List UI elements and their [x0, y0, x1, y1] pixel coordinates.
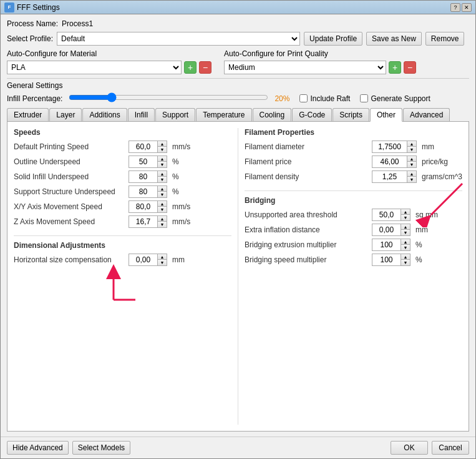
- titlebar-buttons: ? ✕: [450, 3, 472, 12]
- material-dropdown[interactable]: PLA: [7, 61, 182, 74]
- remove-button[interactable]: Remove: [425, 32, 465, 46]
- bridging-input-1[interactable]: [372, 224, 401, 235]
- speed-label-1: Outline Underspeed: [14, 157, 126, 166]
- dimensional-up-0[interactable]: ▲: [158, 254, 167, 260]
- bridging-field-3: Bridging speed multiplier ▲ ▼ %: [245, 254, 462, 266]
- tab-infill[interactable]: Infill: [128, 108, 155, 121]
- bridging-down-0[interactable]: ▼: [401, 215, 410, 220]
- infill-slider[interactable]: [69, 92, 268, 102]
- speed-input-2[interactable]: [129, 171, 157, 182]
- filament-up-2[interactable]: ▲: [407, 171, 416, 177]
- speeds-title: Speeds: [14, 128, 231, 137]
- filament-title: Filament Properties: [245, 128, 462, 137]
- speed-input-5[interactable]: [129, 216, 157, 227]
- bridging-spinner-1: ▲ ▼: [372, 224, 410, 236]
- generate-support-item: Generate Support: [360, 94, 430, 103]
- quality-add-button[interactable]: +: [389, 61, 401, 74]
- update-profile-button[interactable]: Update Profile: [304, 32, 362, 46]
- speed-up-3[interactable]: ▲: [158, 186, 167, 192]
- tab-advanced[interactable]: Advanced: [403, 108, 450, 121]
- filament-down-0[interactable]: ▼: [407, 147, 416, 152]
- cancel-button[interactable]: Cancel: [432, 441, 469, 455]
- quality-group: Auto-Configure for Print Quality Medium …: [224, 49, 416, 74]
- help-button[interactable]: ?: [450, 3, 460, 12]
- bridging-down-1[interactable]: ▼: [401, 230, 410, 235]
- speed-field-1: Outline Underspeed ▲ ▼ %: [14, 155, 231, 168]
- speed-down-4[interactable]: ▼: [158, 207, 167, 212]
- speed-up-5[interactable]: ▲: [158, 216, 167, 222]
- speed-unit-1: %: [172, 157, 179, 166]
- speed-field-2: Solid Infill Underspeed ▲ ▼ %: [14, 170, 231, 183]
- speed-down-3[interactable]: ▼: [158, 192, 167, 197]
- generate-support-label: Generate Support: [371, 94, 430, 103]
- speed-input-0[interactable]: [129, 141, 157, 152]
- bridging-input-0[interactable]: [372, 209, 401, 220]
- slider-container: [69, 92, 268, 104]
- bridging-down-3[interactable]: ▼: [401, 260, 410, 265]
- profile-dropdown[interactable]: Default: [57, 32, 300, 46]
- speed-up-0[interactable]: ▲: [158, 141, 167, 147]
- speed-up-2[interactable]: ▲: [158, 171, 167, 177]
- filament-input-1[interactable]: [372, 156, 407, 167]
- bridging-input-2[interactable]: [372, 239, 401, 250]
- filament-up-0[interactable]: ▲: [407, 141, 416, 147]
- material-add-button[interactable]: +: [184, 61, 197, 74]
- tab-additions[interactable]: Additions: [82, 108, 127, 121]
- tab-temperature[interactable]: Temperature: [196, 108, 251, 121]
- checkbox-group: Include Raft Generate Support: [299, 94, 430, 103]
- tab-scripts[interactable]: Scripts: [333, 108, 369, 121]
- right-panel: Filament Properties Filament diameter ▲ …: [238, 128, 462, 425]
- filament-input-2[interactable]: [372, 171, 407, 182]
- include-raft-label: Include Raft: [310, 94, 350, 103]
- speed-input-1[interactable]: [129, 156, 157, 167]
- bridging-up-2[interactable]: ▲: [401, 239, 410, 245]
- bridging-label-3: Bridging speed multiplier: [245, 255, 369, 264]
- bridging-input-3[interactable]: [372, 254, 401, 265]
- tab-extruder[interactable]: Extruder: [7, 108, 49, 121]
- tab-layer[interactable]: Layer: [49, 108, 82, 121]
- process-name-label: Process Name:: [7, 19, 58, 28]
- include-raft-checkbox[interactable]: [299, 94, 308, 102]
- tab-cooling[interactable]: Cooling: [253, 108, 292, 121]
- quality-remove-button[interactable]: −: [404, 61, 416, 74]
- material-group: Auto-Configure for Material PLA + −: [7, 49, 211, 74]
- ok-button[interactable]: OK: [391, 441, 428, 455]
- bridging-up-3[interactable]: ▲: [401, 254, 410, 260]
- speed-down-0[interactable]: ▼: [158, 147, 167, 152]
- filament-up-1[interactable]: ▲: [407, 156, 416, 162]
- tab-other[interactable]: Other: [370, 108, 402, 122]
- bridging-up-0[interactable]: ▲: [401, 209, 410, 215]
- speed-down-1[interactable]: ▼: [158, 162, 167, 167]
- speed-down-5[interactable]: ▼: [158, 222, 167, 227]
- speed-label-0: Default Printing Speed: [14, 142, 126, 151]
- speed-unit-2: %: [172, 172, 179, 181]
- speed-spinner-5: ▲ ▼: [129, 215, 167, 228]
- speed-up-4[interactable]: ▲: [158, 201, 167, 207]
- tab-support[interactable]: Support: [155, 108, 195, 121]
- speed-up-1[interactable]: ▲: [158, 156, 167, 162]
- bridging-down-2[interactable]: ▼: [401, 245, 410, 250]
- save-as-new-button[interactable]: Save as New: [366, 32, 422, 46]
- bridging-label-2: Bridging extrusion multiplier: [245, 240, 369, 249]
- generate-support-checkbox[interactable]: [360, 94, 368, 102]
- speed-input-4[interactable]: [129, 201, 157, 212]
- tab-gcode[interactable]: G-Code: [292, 108, 332, 121]
- dimensional-down-0[interactable]: ▼: [158, 260, 167, 265]
- filament-input-0[interactable]: [372, 141, 407, 152]
- select-models-button[interactable]: Select Models: [72, 441, 130, 455]
- bridging-up-1[interactable]: ▲: [401, 224, 410, 230]
- speed-unit-3: %: [172, 187, 179, 196]
- quality-dropdown[interactable]: Medium: [224, 61, 386, 74]
- bottom-bar: Hide Advanced Select Models OK Cancel: [1, 437, 475, 458]
- dimensional-spinner-btns-0: ▲ ▼: [157, 254, 167, 265]
- speed-input-3[interactable]: [129, 186, 157, 197]
- arrow-area-left: [14, 269, 231, 306]
- close-button[interactable]: ✕: [462, 3, 472, 12]
- filament-label-0: Filament diameter: [245, 142, 369, 151]
- hide-advanced-button[interactable]: Hide Advanced: [7, 441, 69, 455]
- filament-down-1[interactable]: ▼: [407, 162, 416, 167]
- filament-field-0: Filament diameter ▲ ▼ mm: [245, 141, 462, 153]
- filament-spinner-0: ▲ ▼: [372, 141, 417, 153]
- speed-down-2[interactable]: ▼: [158, 177, 167, 182]
- material-remove-button[interactable]: −: [199, 61, 211, 74]
